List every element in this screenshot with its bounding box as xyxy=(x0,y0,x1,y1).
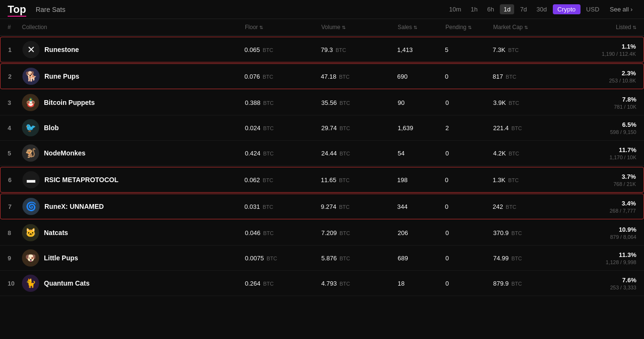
col-floor[interactable]: Floor xyxy=(245,24,321,31)
time-7d-button[interactable]: 7d xyxy=(516,4,530,14)
avatar: 🐈 xyxy=(22,275,39,292)
volume-unit: BTC xyxy=(339,125,350,131)
avatar: 🐕 xyxy=(22,68,40,85)
avatar: 🐦 xyxy=(22,119,39,136)
collection-name: Rune Pups xyxy=(44,72,79,80)
listed-sub: 598 / 9,150 xyxy=(570,129,636,135)
table-row[interactable]: 3 🪆 Bitcoin Puppets 0.388 BTC 35.56 BTC … xyxy=(0,90,644,115)
listed-pct: 3.4% xyxy=(622,200,636,207)
table-row[interactable]: 7 🌀 RuneX: UNNAMED 0.031 BTC 9.274 BTC 3… xyxy=(0,194,644,219)
avatar: 🐱 xyxy=(22,224,39,241)
listed-pct: 11.3% xyxy=(619,251,636,258)
collection-name: Quantum Cats xyxy=(44,279,90,287)
floor-value: 0.024 xyxy=(245,124,261,132)
listed-sub: 1,190 / 112.4K xyxy=(569,51,636,57)
collection-name: Blob xyxy=(44,124,59,132)
pending-cell: 2 xyxy=(445,124,493,132)
volume-cell: 79.3 BTC xyxy=(321,46,397,53)
floor-cell: 0.031 BTC xyxy=(244,203,321,210)
floor-cell: 0.264 BTC xyxy=(245,280,321,287)
mcap-unit: BTC xyxy=(506,204,516,210)
time-6h-button[interactable]: 6h xyxy=(483,4,497,14)
usd-currency-button[interactable]: USD xyxy=(581,4,604,14)
table-row[interactable]: 4 🐦 Blob 0.024 BTC 29.74 BTC 1,639 2 221… xyxy=(0,115,644,141)
pending-cell: 0 xyxy=(445,255,493,262)
volume-cell: 5.876 BTC xyxy=(321,255,398,262)
time-30d-button[interactable]: 30d xyxy=(533,4,551,14)
collection-name: Little Pups xyxy=(44,254,78,262)
pending-cell: 0 xyxy=(445,203,493,210)
crypto-currency-button[interactable]: Crypto xyxy=(553,4,581,14)
listed-cell: 3.4% 268 / 7,777 xyxy=(569,200,636,214)
listed-pct: 3.7% xyxy=(622,173,636,180)
time-filter-group: 10m 1h 6h 1d 7d 30d Crypto USD See all › xyxy=(445,4,636,14)
col-listed[interactable]: Listed xyxy=(570,24,636,31)
mcap-cell: 74.99 BTC xyxy=(493,255,570,262)
floor-unit: BTC xyxy=(263,204,273,210)
collection-name: Runestone xyxy=(44,46,79,53)
table-row[interactable]: 2 🐕 Rune Pups 0.076 BTC 47.18 BTC 690 0 … xyxy=(0,63,644,89)
sales-cell: 206 xyxy=(398,229,445,236)
rank-cell: 8 xyxy=(8,229,22,236)
col-marketcap[interactable]: Market Cap xyxy=(493,24,570,31)
listed-pct: 11.7% xyxy=(619,146,636,154)
currency-filter-group: Crypto USD xyxy=(553,4,604,14)
page-title: Top xyxy=(8,3,26,16)
listed-cell: 10.9% 879 / 8,064 xyxy=(570,226,636,240)
volume-cell: 29.74 BTC xyxy=(321,124,398,132)
volume-cell: 24.44 BTC xyxy=(321,150,398,157)
table-header: # Collection Floor Volume Sales Pending … xyxy=(0,19,644,36)
mcap-unit: BTC xyxy=(508,177,518,183)
floor-unit: BTC xyxy=(263,151,274,156)
listed-cell: 7.6% 253 / 3,333 xyxy=(570,277,636,290)
rank-cell: 9 xyxy=(8,255,22,262)
volume-value: 11.65 xyxy=(321,176,337,184)
sales-cell: 18 xyxy=(398,280,445,287)
floor-cell: 0.0075 BTC xyxy=(245,255,321,262)
listed-sub: 1,170 / 10K xyxy=(570,154,636,160)
mcap-value: 879.9 xyxy=(493,280,509,287)
listed-sub: 781 / 10K xyxy=(570,104,636,110)
listed-cell: 3.7% 768 / 21K xyxy=(569,173,636,187)
volume-unit: BTC xyxy=(339,177,349,183)
mcap-value: 817 xyxy=(493,73,503,80)
time-1d-button[interactable]: 1d xyxy=(500,4,514,14)
volume-cell: 11.65 BTC xyxy=(321,176,397,184)
avatar: 🪆 xyxy=(22,94,39,111)
volume-cell: 35.56 BTC xyxy=(321,99,398,106)
rank-cell: 1 xyxy=(8,46,22,53)
mcap-value: 4.2K xyxy=(493,150,506,157)
rare-sats-tab[interactable]: Rare Sats xyxy=(36,6,65,13)
sales-cell: 344 xyxy=(397,203,445,210)
col-rank: # xyxy=(8,24,22,31)
listed-pct: 6.5% xyxy=(622,121,636,128)
col-pending[interactable]: Pending xyxy=(445,24,493,31)
volume-unit: BTC xyxy=(339,230,350,236)
table-row[interactable]: 8 🐱 Natcats 0.046 BTC 7.209 BTC 206 0 37… xyxy=(0,220,644,246)
see-all-link[interactable]: See all › xyxy=(606,4,636,14)
floor-cell: 0.046 BTC xyxy=(245,229,321,236)
floor-cell: 0.062 BTC xyxy=(244,176,321,184)
collection-name: Natcats xyxy=(44,229,68,236)
table-row[interactable]: 1 ✕ Runestone 0.065 BTC 79.3 BTC 1,413 5… xyxy=(0,37,644,62)
collection-cell: ✕ Runestone xyxy=(22,41,244,58)
volume-value: 79.3 xyxy=(321,46,333,53)
mcap-unit: BTC xyxy=(511,256,522,261)
floor-unit: BTC xyxy=(263,100,274,106)
mcap-unit: BTC xyxy=(511,125,522,131)
pending-cell: 0 xyxy=(445,280,493,287)
time-1h-button[interactable]: 1h xyxy=(467,4,481,14)
table-row[interactable]: 9 🐶 Little Pups 0.0075 BTC 5.876 BTC 689… xyxy=(0,246,644,271)
mcap-cell: 1.3K BTC xyxy=(493,176,569,184)
col-volume[interactable]: Volume xyxy=(321,24,398,31)
pending-cell: 0 xyxy=(445,150,493,157)
pending-cell: 5 xyxy=(445,46,493,53)
floor-unit: BTC xyxy=(263,47,273,53)
rank-cell: 6 xyxy=(8,176,22,184)
time-10m-button[interactable]: 10m xyxy=(445,4,465,14)
mcap-cell: 879.9 BTC xyxy=(493,280,570,287)
table-row[interactable]: 5 🐒 NodeMonkes 0.424 BTC 24.44 BTC 54 0 … xyxy=(0,141,644,166)
table-row[interactable]: 10 🐈 Quantum Cats 0.264 BTC 4.793 BTC 18… xyxy=(0,271,644,296)
col-sales[interactable]: Sales xyxy=(398,24,445,31)
table-row[interactable]: 6 ▬ RSIC METAPROTOCOL 0.062 BTC 11.65 BT… xyxy=(0,167,644,193)
